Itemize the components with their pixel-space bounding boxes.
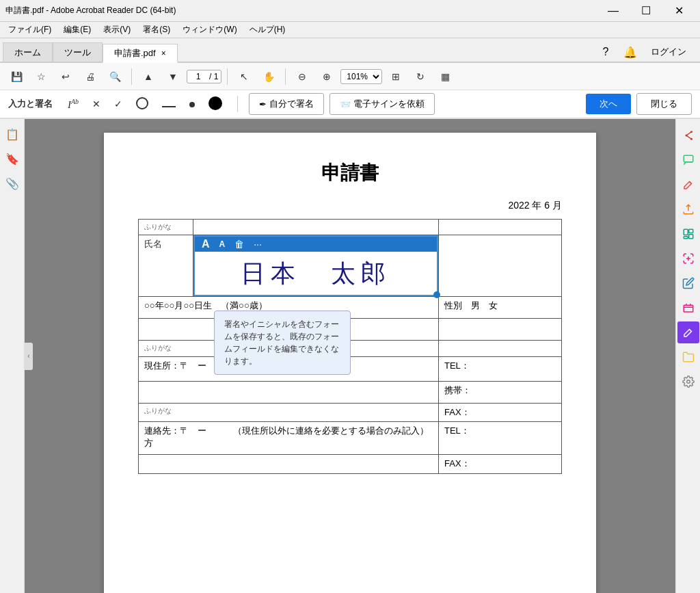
request-icon: 📨 [340, 99, 351, 109]
sig-font-large-button[interactable]: A [199, 237, 213, 252]
check-tool-button[interactable]: ✓ [110, 96, 126, 112]
svg-rect-9 [684, 237, 688, 239]
furigana-label: ふりがな [144, 222, 187, 232]
zoom-in-button[interactable]: ⊕ [316, 66, 338, 88]
menu-file[interactable]: ファイル(F) [3, 23, 57, 37]
separator-1 [131, 68, 132, 85]
mobile-right-cell: 携帯： [439, 382, 562, 404]
menu-sign[interactable]: 署名(S) [137, 23, 176, 37]
name-row: 氏名 A A 🗑 ··· 日本 太郎 [139, 235, 562, 297]
save-button[interactable]: 💾 [5, 66, 27, 88]
furigana-input-cell[interactable] [193, 220, 439, 235]
bookmark-button[interactable]: ☆ [30, 66, 52, 88]
tooltip-box: 署名やイニシャルを含むフォームを保存すると、既存のフォームフィールドを編集できな… [214, 311, 351, 375]
mobile-cell [139, 382, 439, 404]
main-toolbar: 💾 ☆ ↩ 🖨 🔍 ▲ ▼ / 1 ↖ ✋ ⊖ ⊕ 101% 75% 100% … [0, 63, 700, 90]
hand-tool-button[interactable]: ✋ [258, 66, 280, 88]
svg-rect-6 [684, 229, 688, 235]
dash-tool-button[interactable] [158, 96, 180, 112]
resize-handle[interactable] [433, 291, 440, 298]
text-tool-button[interactable]: IAb [64, 95, 83, 114]
form-button[interactable]: ▦ [434, 66, 456, 88]
fill-sign-icon-btn[interactable] [677, 174, 699, 196]
comment-icon-btn[interactable] [677, 149, 699, 171]
svg-rect-8 [688, 235, 692, 239]
tab-document[interactable]: 申請書.pdf × [103, 44, 178, 63]
contact-fax-row: FAX： [139, 455, 562, 474]
name-label-cell2: 氏名 [139, 235, 193, 297]
sign-active-icon-btn[interactable] [677, 321, 699, 343]
tab-tools[interactable]: ツール [53, 42, 103, 62]
title-bar-controls: — ☐ ✕ [597, 0, 695, 22]
next-button[interactable]: 次へ [586, 94, 631, 114]
folder-icon-btn[interactable] [677, 346, 699, 368]
cursor-tool-button[interactable]: ↖ [233, 66, 255, 88]
share-icon-btn[interactable] [677, 124, 699, 146]
cross-tool-button[interactable]: ✕ [88, 96, 105, 112]
furigana2-right-cell [439, 341, 562, 357]
organize-icon-btn[interactable] [677, 223, 699, 245]
filled-circle-button[interactable] [204, 94, 226, 115]
sign-toolbar: 入力と署名 IAb ✕ ✓ ✒ 自分で署名 📨 電子サインを依頼 次へ 閉じる [0, 90, 700, 119]
next-page-button[interactable]: ▼ [162, 66, 184, 88]
menu-view[interactable]: 表示(V) [98, 23, 136, 37]
sig-font-small-button[interactable]: A [217, 238, 228, 250]
circle-tool-button[interactable] [132, 94, 152, 114]
find-button[interactable]: 🔍 [104, 66, 126, 88]
minimize-button[interactable]: — [597, 0, 629, 22]
close-window-button[interactable]: ✕ [663, 0, 695, 22]
zoom-out-button[interactable]: ⊖ [291, 66, 313, 88]
scan-icon-btn[interactable] [677, 297, 699, 319]
sign-right-area: 次へ 閉じる [586, 93, 692, 115]
close-sign-button[interactable]: 閉じる [636, 93, 692, 115]
sig-delete-button[interactable]: 🗑 [232, 237, 247, 251]
menu-edit[interactable]: 編集(E) [58, 23, 96, 37]
dot-tool-button[interactable] [185, 96, 199, 112]
maximize-button[interactable]: ☐ [630, 0, 662, 22]
request-sign-button[interactable]: 📨 電子サインを依頼 [329, 93, 435, 115]
menu-window[interactable]: ウィンドウ(W) [177, 23, 242, 37]
bookmarks-icon[interactable]: 🔖 [3, 149, 22, 168]
sex-cell: 性別 男 女 [439, 297, 562, 319]
contact-fax-text: FAX： [444, 458, 556, 470]
settings-icon-btn[interactable] [677, 371, 699, 393]
self-sign-button[interactable]: ✒ 自分で署名 [249, 93, 324, 115]
tab-home[interactable]: ホーム [3, 42, 53, 62]
sign-separator [237, 96, 238, 112]
svg-rect-10 [684, 305, 693, 312]
name-field-label: 氏名 [144, 238, 187, 250]
login-button[interactable]: ログイン [645, 42, 692, 62]
page-number-input[interactable] [190, 72, 206, 81]
pen-icon: ✒ [259, 99, 267, 109]
main-layout: 📋 🔖 📎 ‹ 申請書 2022 年 6 月 ふりがな [0, 119, 700, 593]
pdf-viewer[interactable]: ‹ 申請書 2022 年 6 月 ふりがな 氏名 [25, 119, 675, 593]
name-input-cell[interactable]: A A 🗑 ··· 日本 太郎 署名やイニシ [193, 235, 439, 297]
attachment-icon[interactable]: 📎 [3, 174, 22, 193]
notification-bell-icon[interactable]: 🔔 [621, 42, 640, 62]
rotate-button[interactable]: ↻ [409, 66, 431, 88]
layers-icon[interactable]: 📋 [3, 124, 22, 144]
document-title: 申請書 [138, 160, 562, 186]
compress-icon-btn[interactable] [677, 248, 699, 269]
tab-close-button[interactable]: × [161, 49, 166, 58]
tab-home-label: ホーム [14, 47, 41, 59]
menu-help[interactable]: ヘルプ(H) [244, 23, 291, 37]
help-icon-button[interactable]: ? [596, 42, 615, 62]
contact-row: 連絡先：〒 ー （現住所以外に連絡を必要とする場合のみ記入）方 TEL： [139, 422, 562, 455]
signature-box[interactable]: A A 🗑 ··· 日本 太郎 [193, 235, 438, 296]
zoom-select[interactable]: 101% 75% 100% 125% 150% [340, 69, 382, 84]
prev-page-button[interactable]: ▲ [137, 66, 159, 88]
export-icon-btn[interactable] [677, 198, 699, 220]
request-sign-label: 電子サインを依頼 [353, 98, 425, 110]
fit-page-button[interactable]: ⊞ [385, 66, 407, 88]
edit-icon-btn[interactable] [677, 272, 699, 294]
scroll-left-handle[interactable]: ‹ [25, 343, 33, 370]
separator-2 [227, 68, 228, 85]
fax-left-cell: ふりがな [139, 404, 439, 422]
share-button[interactable]: ↩ [55, 66, 77, 88]
tab-document-label: 申請書.pdf [114, 47, 156, 60]
print-button[interactable]: 🖨 [79, 66, 101, 88]
sig-more-button[interactable]: ··· [251, 237, 265, 251]
pdf-page: 申請書 2022 年 6 月 ふりがな 氏名 [104, 133, 596, 593]
tab-bar: ホーム ツール 申請書.pdf × ? 🔔 ログイン [0, 38, 700, 63]
